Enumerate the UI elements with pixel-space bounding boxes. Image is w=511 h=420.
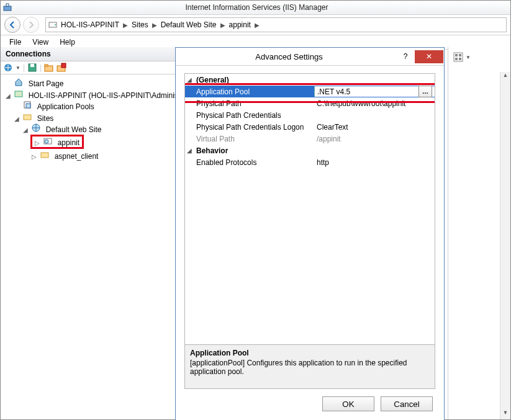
svg-rect-10 <box>61 63 66 68</box>
server-icon <box>14 89 24 98</box>
prop-value: C:\inetpub\wwwroot\appinit <box>314 99 435 108</box>
prop-value: ClearText <box>314 123 435 132</box>
dialog-button-row: OK Cancel <box>184 389 435 414</box>
crumb-appinit-label: appinit <box>229 20 251 29</box>
collapse-icon[interactable]: ◢ <box>185 147 194 154</box>
svg-rect-14 <box>24 115 31 120</box>
leaf-icon <box>13 104 20 110</box>
window-root: Internet Information Services (IIS) Mana… <box>0 0 511 420</box>
svg-rect-11 <box>15 91 22 97</box>
close-icon: ✕ <box>426 52 432 61</box>
tree-start-page[interactable]: Start Page <box>4 77 173 89</box>
prop-name: Physical Path <box>185 99 314 108</box>
description-title: Application Pool <box>190 349 430 357</box>
description-text: [applicationPool] Configures this applic… <box>190 359 430 376</box>
stop-icon[interactable] <box>57 63 66 73</box>
tree-aspnet-client[interactable]: ▷ aspnet_client <box>30 150 173 161</box>
navbar: HOL-IIS-APPINIT ▶ Sites ▶ Default Web Si… <box>1 15 510 35</box>
tree-appinit[interactable]: ▷ appinit <box>30 134 173 150</box>
tree-label: Application Pools <box>36 102 96 111</box>
back-button[interactable] <box>4 17 20 33</box>
ok-button[interactable]: OK <box>322 396 374 411</box>
connections-toolbar: ▼ | | <box>1 61 176 74</box>
dialog-close-button[interactable]: ✕ <box>415 50 443 63</box>
folder-icon <box>22 112 32 121</box>
category-label: (General) <box>194 76 229 84</box>
menu-view[interactable]: View <box>27 37 53 48</box>
collapse-icon[interactable]: ◢ <box>22 127 29 133</box>
svg-rect-22 <box>455 58 458 60</box>
svg-rect-13 <box>26 104 30 108</box>
new-folder-icon[interactable] <box>44 63 54 73</box>
crumb-sep-icon: ▶ <box>152 22 157 29</box>
dialog-titlebar: Advanced Settings ? ✕ <box>176 48 444 66</box>
cancel-button[interactable]: Cancel <box>381 396 433 411</box>
prop-value: /appinit <box>314 135 435 143</box>
iis-icon <box>3 3 12 12</box>
prop-name: Application Pool <box>185 87 314 96</box>
highlight-appinit: ▷ appinit <box>30 135 84 149</box>
save-icon[interactable] <box>27 63 37 73</box>
category-behavior[interactable]: ◢ Behavior <box>185 145 435 156</box>
svg-point-3 <box>55 24 56 25</box>
category-label: Behavior <box>194 146 228 155</box>
collapse-icon[interactable]: ◢ <box>4 92 11 99</box>
crumb-server[interactable]: HOL-IIS-APPINIT <box>58 20 122 29</box>
row-virtual-path[interactable]: Virtual Path /appinit <box>185 133 435 145</box>
connections-header: Connections <box>1 47 176 61</box>
tree-app-pools[interactable]: Application Pools <box>13 100 173 112</box>
crumb-sep-icon: ▶ <box>220 22 225 29</box>
address-bar[interactable]: HOL-IIS-APPINIT ▶ Sites ▶ Default Web Si… <box>45 17 507 32</box>
leaf-icon <box>4 81 11 87</box>
crumb-default-site[interactable]: Default Web Site <box>158 20 219 29</box>
connect-icon[interactable] <box>3 63 13 73</box>
prop-value: .NET v4.5 <box>317 87 416 96</box>
titlebar-title: Internet Information Services (IIS) Mana… <box>16 3 498 12</box>
connections-tree[interactable]: Start Page ◢ HOL-IIS-APPINIT (HOL-IIS-AP… <box>1 74 176 419</box>
crumb-default-site-label: Default Web Site <box>161 20 217 29</box>
scrollbar[interactable]: ▲ ▼ <box>500 72 510 419</box>
actions-pane: ▼ ▲ ▼ <box>448 47 510 419</box>
main-area: Connections ▼ | | Start Page <box>1 47 510 419</box>
dropdown-icon[interactable]: ▼ <box>466 55 471 60</box>
collapse-icon[interactable]: ◢ <box>185 76 194 83</box>
svg-rect-1 <box>6 4 9 6</box>
connections-panel: Connections ▼ | | Start Page <box>1 47 176 419</box>
crumb-sep-icon: ▶ <box>123 22 128 29</box>
tree-server[interactable]: ◢ HOL-IIS-APPINIT (HOL-IIS-APPINIT\Admin… <box>4 89 173 163</box>
view-options-icon[interactable] <box>453 52 463 62</box>
property-description: Application Pool [applicationPool] Confi… <box>184 345 435 389</box>
expand-icon[interactable]: ▷ <box>34 140 40 146</box>
prop-name: Physical Path Credentials <box>185 111 314 120</box>
tree-label: aspnet_client <box>53 152 100 161</box>
menu-help[interactable]: Help <box>55 37 80 48</box>
svg-rect-18 <box>41 153 48 158</box>
tree-default-site[interactable]: ◢ Default Web Site ▷ <box>22 123 173 162</box>
dialog-help-button[interactable]: ? <box>396 52 415 61</box>
svg-rect-20 <box>455 54 458 56</box>
row-physical-path[interactable]: Physical Path C:\inetpub\wwwroot\appinit <box>185 97 435 109</box>
crumb-sites[interactable]: Sites <box>129 20 151 29</box>
row-pp-credentials[interactable]: Physical Path Credentials <box>185 109 435 121</box>
app-pools-icon <box>22 101 32 109</box>
row-pp-logon[interactable]: Physical Path Credentials Logon ClearTex… <box>185 121 435 133</box>
crumb-appinit[interactable]: appinit <box>227 20 253 29</box>
webapp-icon <box>43 136 53 145</box>
expand-icon[interactable]: ▷ <box>30 153 37 160</box>
tree-sites[interactable]: ◢ Sites ◢ Default Web Site <box>13 112 173 163</box>
property-grid[interactable]: ◢ (General) Application Pool .NET v4.5 …… <box>184 73 435 345</box>
category-general[interactable]: ◢ (General) <box>185 74 435 86</box>
prop-value: http <box>314 158 435 167</box>
prop-name: Physical Path Credentials Logon <box>185 123 314 132</box>
menu-file[interactable]: File <box>4 37 26 48</box>
server-icon <box>48 20 57 29</box>
ellipsis-button[interactable]: … <box>418 86 432 97</box>
svg-rect-21 <box>459 54 461 56</box>
dropdown-icon[interactable]: ▼ <box>16 65 20 71</box>
row-enabled-protocols[interactable]: Enabled Protocols http <box>185 156 435 168</box>
prop-value-editor[interactable]: .NET v4.5 … <box>314 86 435 97</box>
crumb-server-label: HOL-IIS-APPINIT <box>61 20 119 29</box>
collapse-icon[interactable]: ◢ <box>13 115 20 122</box>
row-application-pool[interactable]: Application Pool .NET v4.5 … <box>185 86 435 97</box>
forward-button[interactable] <box>23 17 39 33</box>
